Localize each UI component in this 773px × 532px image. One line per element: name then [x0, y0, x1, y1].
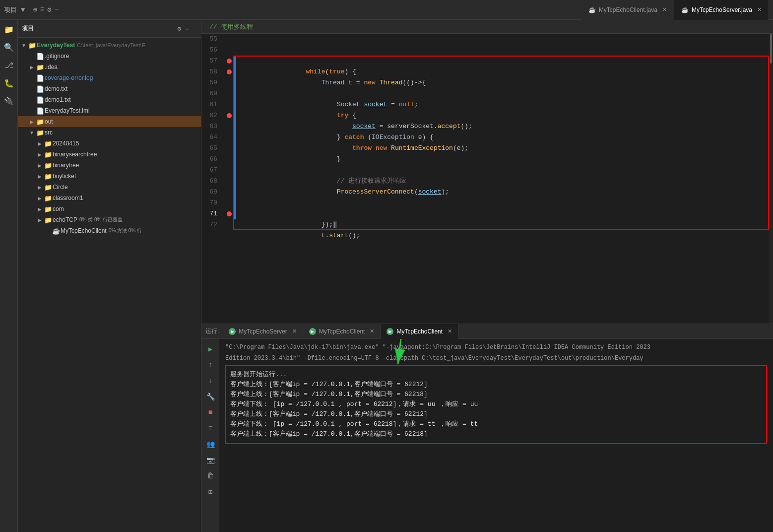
run-btn-grid[interactable]: ⊞	[204, 486, 216, 498]
sidebar-content: ▼ 📁 EverydayTest C:\test_java\EverydayTe…	[18, 38, 201, 532]
gutter	[224, 34, 234, 324]
run-btn-people[interactable]: 👥	[204, 438, 216, 450]
folder-icon[interactable]: 📁	[3, 24, 15, 36]
ln-56: 56	[201, 45, 220, 56]
run-btn-camera[interactable]: 📷	[204, 454, 216, 466]
tree-item-echotcp[interactable]: ▶ 📁 echoTCP 0% 类 0% 行已覆盖	[18, 214, 201, 225]
run-content: ▶ ↑ ↓ 🔧 ■ ≡ 👥 📷 🗑 ⊞ "C:\Program Files\Ja…	[201, 339, 773, 532]
tree-item-mytcpechoclient[interactable]: ☕ MyTcpEchoClient 0% 方法 0% 行	[18, 225, 201, 236]
src-icon: 📁	[36, 129, 45, 136]
scroll-strip[interactable]	[769, 34, 773, 324]
search-icon[interactable]: 🔍	[3, 42, 15, 54]
tree-item-demo1[interactable]: 📄 demo1.txt	[18, 94, 201, 105]
comment-text: // 使用多线程	[209, 22, 253, 31]
com-label: com	[53, 205, 64, 212]
run-tab-client1[interactable]: ▶ MyTcpEchoClient ✕	[303, 324, 381, 339]
gc-62	[224, 110, 234, 121]
expand-icon[interactable]: ▼	[21, 6, 25, 14]
run-output[interactable]: "C:\Program Files\Java\jdk-17\bin\java.e…	[219, 339, 773, 532]
bp-62	[227, 113, 232, 118]
tree-item-classroom1[interactable]: ▶ 📁 classroom1	[18, 193, 201, 203]
sidebar-collapse-icon[interactable]: ≡	[185, 25, 189, 33]
tree-item-buyticket[interactable]: ▶ 📁 buyticket	[18, 171, 201, 182]
tree-item-coverage[interactable]: 📄 coverage-error.log	[18, 72, 201, 83]
tree-item-bt[interactable]: ▶ 📁 binarytree	[18, 160, 201, 171]
plugin-icon[interactable]: 🔌	[3, 95, 15, 107]
run-tab-client2[interactable]: ▶ MyTcpEchoClient ✕	[381, 324, 458, 339]
ln-60: 60	[201, 88, 220, 99]
debug-icon[interactable]: 🐛	[3, 77, 15, 89]
tree-item-idea[interactable]: ▶ 📁 .idea	[18, 62, 201, 72]
ln-64: 64	[201, 132, 220, 143]
code-line-55	[236, 34, 769, 45]
tab-client[interactable]: ☕ MyTcpEchoClient.java ✕	[581, 0, 674, 20]
echotcp-arrow: ▶	[36, 217, 44, 223]
sidebar-close-icon[interactable]: −	[193, 25, 197, 33]
src-label: src	[45, 129, 53, 136]
output-line-6: 客户端上线：[客户端ip = /127.0.0.1,客户端端口号 = 62218…	[230, 429, 762, 439]
server-tab-close[interactable]: ✕	[292, 328, 297, 334]
coverage-icon: 📄	[36, 74, 45, 82]
run-btn-wrench[interactable]: 🔧	[204, 391, 216, 402]
tab-client-close[interactable]: ✕	[662, 6, 667, 13]
run-tabs: 运行: ▶ MyTcpEchoServer ✕ ▶ MyTcpEchoClien…	[201, 324, 773, 339]
sidebar-settings-icon[interactable]: ⚙	[178, 25, 182, 33]
tree-item-20240415[interactable]: ▶ 📁 20240415	[18, 138, 201, 149]
tree-item-iml[interactable]: 📄 EverydayTest.iml	[18, 105, 201, 116]
tree-item-com[interactable]: ▶ 📁 com	[18, 203, 201, 214]
tree-item-gitignore[interactable]: 📄 .gitignore	[18, 51, 201, 62]
idea-label: .idea	[45, 64, 58, 70]
gitignore-label: .gitignore	[45, 53, 69, 60]
ln-66: 66	[201, 154, 220, 165]
align-icon[interactable]: ≡	[40, 5, 44, 14]
ln-63: 63	[201, 121, 220, 132]
classroom1-arrow: ▶	[36, 196, 44, 201]
code-line-71: });|	[236, 208, 769, 219]
tree-item-src[interactable]: ▼ 📁 src	[18, 127, 201, 138]
comment-bar: // 使用多线程	[201, 20, 773, 34]
bt-arrow: ▶	[36, 163, 44, 168]
tree-item-bst[interactable]: ▶ 📁 binarysearchtree	[18, 149, 201, 160]
run-btn-down[interactable]: ↓	[204, 375, 216, 387]
buyticket-label: buyticket	[53, 173, 76, 180]
globe-icon[interactable]: ⊕	[33, 5, 37, 14]
run-btn-lines[interactable]: ≡	[204, 422, 216, 434]
root-arrow: ▼	[20, 43, 28, 48]
gc-57	[224, 56, 234, 66]
tree-item-out[interactable]: ▶ 📁 out	[18, 116, 201, 127]
scroll-thumb[interactable]	[770, 34, 772, 64]
settings-icon[interactable]: ⚙	[47, 5, 51, 14]
ln-55: 55	[201, 34, 220, 45]
code-lines[interactable]: while(true) { Thread t = new Thread(()->…	[236, 34, 769, 324]
output-line-1: 客户端上线：[客户端ip = /127.0.0.1,客户端端口号 = 62212…	[230, 380, 762, 390]
tree-root[interactable]: ▼ 📁 EverydayTest C:\test_java\EverydayTe…	[18, 40, 201, 51]
gc-65	[224, 143, 234, 154]
minus-icon[interactable]: −	[55, 5, 59, 14]
echotcp-icon: 📁	[44, 216, 53, 224]
run-btn-trash[interactable]: 🗑	[204, 470, 216, 482]
com-arrow: ▶	[36, 206, 44, 212]
run-btn-up[interactable]: ↑	[204, 359, 216, 371]
tab-server[interactable]: ☕ MyTcpEchoServer.java ✕	[674, 0, 769, 20]
run-btn-play[interactable]: ▶	[204, 343, 216, 355]
client2-tab-close[interactable]: ✕	[448, 328, 452, 334]
cmd-line-2: Edition 2023.3.4\bin" -Dfile.encoding=UT…	[225, 354, 767, 363]
bp-71	[227, 211, 232, 216]
tab-server-close[interactable]: ✕	[757, 6, 762, 13]
ln-70: 70	[201, 198, 220, 208]
gc-56	[224, 45, 234, 56]
gc-55	[224, 34, 234, 45]
main-layout: 📁 🔍 ⎇ 🐛 🔌 项目 ⚙ ≡ − ▼ 📁 EverydayTest C:\t…	[0, 20, 773, 532]
client1-run-icon: ▶	[309, 328, 316, 335]
run-tab-server[interactable]: ▶ MyTcpEchoServer ✕	[223, 324, 303, 339]
sidebar-title: 项目	[22, 24, 34, 33]
top-bar: 项目 ▼ ⊕ ≡ ⚙ − ☕ MyTcpEchoClient.java ✕ ☕ …	[0, 0, 773, 20]
client1-tab-close[interactable]: ✕	[370, 328, 374, 334]
git-icon[interactable]: ⎇	[3, 60, 15, 71]
buyticket-arrow: ▶	[36, 174, 44, 179]
code-line-70	[236, 198, 769, 208]
run-btn-stop[interactable]: ■	[204, 406, 216, 418]
tree-item-circle[interactable]: ▶ 📁 Circle	[18, 182, 201, 193]
tree-item-demo[interactable]: 📄 demo.txt	[18, 83, 201, 94]
gc-58	[224, 66, 234, 77]
